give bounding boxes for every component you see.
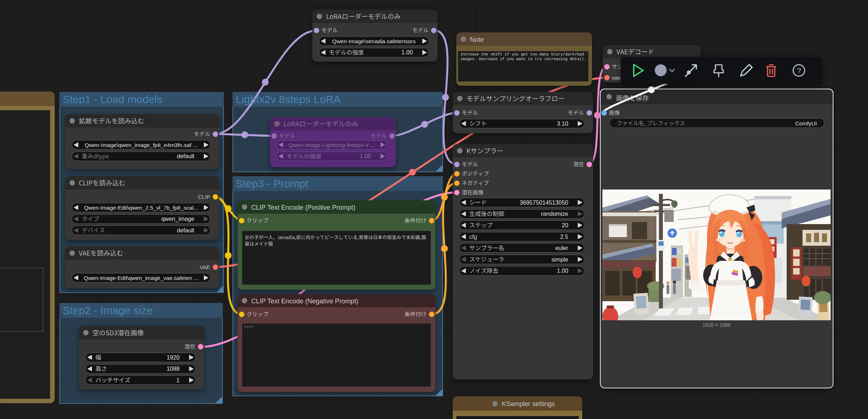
svg-text:1: 1 xyxy=(176,377,180,383)
svg-text:20: 20 xyxy=(562,222,568,228)
svg-text:cfg: cfg xyxy=(469,233,477,240)
svg-text:default: default xyxy=(177,227,194,233)
svg-text:1.00: 1.00 xyxy=(557,267,568,274)
svg-text:Qwen-Image-Edit\qwen_image_vae: Qwen-Image-Edit\qwen_image_vae.safeten .… xyxy=(84,275,199,281)
svg-text:Step3 - Prompt: Step3 - Prompt xyxy=(236,178,308,190)
svg-text:vae: vae xyxy=(612,75,621,81)
svg-text:1920: 1920 xyxy=(167,354,180,361)
svg-text:2.5: 2.5 xyxy=(560,233,568,240)
svg-text:1.00: 1.00 xyxy=(360,153,371,159)
svg-text:CLIP Text Encode (Positive Pro: CLIP Text Encode (Positive Prompt) xyxy=(251,204,355,211)
svg-text:images. Decrease if you want t: images. Decrease if you want to try incr… xyxy=(460,57,586,61)
svg-text:?: ? xyxy=(797,66,801,75)
svg-text:Qwen-Image\qwen_image_fp8_e4m3: Qwen-Image\qwen_image_fp8_e4m3fn.saf ... xyxy=(85,142,198,148)
svg-text:1920 × 1088: 1920 × 1088 xyxy=(702,322,731,328)
svg-text:euler: euler xyxy=(555,245,569,251)
svg-text:ComfyUI: ComfyUI xyxy=(795,120,817,126)
svg-text:Step2 - Image size: Step2 - Image size xyxy=(63,304,153,316)
svg-text:Step1 - Load models: Step1 - Load models xyxy=(63,93,162,105)
svg-text:CLIP Text Encode (Negative Pro: CLIP Text Encode (Negative Prompt) xyxy=(251,298,358,305)
svg-text:1.00: 1.00 xyxy=(401,49,413,55)
svg-text:369575014513050: 369575014513050 xyxy=(520,199,568,206)
svg-text:CLIP: CLIP xyxy=(198,194,210,200)
svg-text:3.10: 3.10 xyxy=(557,120,568,127)
svg-text:Lightx2v 8steps LoRA: Lightx2v 8steps LoRA xyxy=(236,93,341,105)
svg-text:simple: simple xyxy=(551,256,568,263)
svg-text:Qwen-Image\senadia.safetensors: Qwen-Image\senadia.safetensors xyxy=(332,38,416,44)
svg-text:Note: Note xyxy=(470,36,484,43)
svg-text:Increase the shift if you get: Increase the shift if you get too many b… xyxy=(460,52,584,57)
svg-text:1088: 1088 xyxy=(167,365,180,372)
svg-text:qwen_image: qwen_image xyxy=(161,215,194,222)
svg-text:VAE: VAE xyxy=(200,264,210,270)
svg-text:KSampler settings: KSampler settings xyxy=(502,400,555,407)
svg-text:Qwen-Image-Edit\qwen_2.5_vl_7b: Qwen-Image-Edit\qwen_2.5_vl_7b_fp8_scal.… xyxy=(84,205,198,211)
svg-text:text: text xyxy=(244,325,254,330)
svg-text:default: default xyxy=(177,153,194,159)
svg-text:randomize: randomize xyxy=(541,210,568,217)
svg-text:Qwen-Image-Lightning-8steps-V: Qwen-Image-Lightning-8steps-V ... xyxy=(289,142,375,148)
